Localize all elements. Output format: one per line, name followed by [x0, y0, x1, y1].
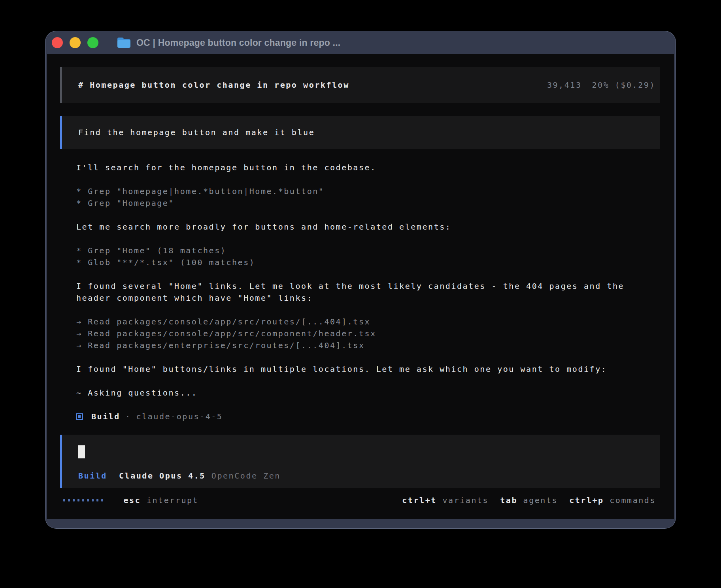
conversation-line: * Grep "Home" (18 matches)	[76, 245, 661, 256]
status-line-wrap: Build · claude-opus-4-5	[76, 411, 661, 422]
conversation-line: I found "Home" buttons/links in multiple…	[76, 363, 661, 375]
blank-line	[76, 173, 661, 185]
prompt-input[interactable]: Build Claude Opus 4.5 OpenCode Zen	[60, 435, 660, 488]
conversation-line: * Grep "Homepage"	[76, 197, 661, 209]
window-title: OC | Homepage button color change in rep…	[136, 38, 340, 48]
spinner-dot	[73, 499, 75, 501]
conversation-line: → Read packages/console/app/src/componen…	[76, 328, 661, 339]
blank-line	[76, 399, 661, 411]
spinner-dot	[92, 499, 94, 501]
esc-key: esc	[124, 496, 141, 505]
session-stats: 39,41320% ($0.29)	[547, 79, 655, 91]
status-model: claude-opus-4-5	[136, 411, 223, 422]
conversation-line: I found several "Home" links. Let me loo…	[76, 280, 661, 304]
spinner-dot	[68, 499, 70, 501]
spinner-dot	[77, 499, 79, 501]
footer-bar: esc interrupt ctrl+t variants tab agents…	[60, 494, 660, 506]
token-count: 39,413	[547, 80, 582, 90]
status-line: Build · claude-opus-4-5	[76, 411, 661, 422]
zoom-button[interactable]	[87, 37, 98, 48]
context-usage: 20% ($0.29)	[592, 80, 655, 90]
spinner-dot	[101, 499, 103, 501]
input-meta: Build Claude Opus 4.5 OpenCode Zen	[78, 470, 660, 482]
spinner-dot	[63, 499, 65, 501]
input-provider-label: OpenCode Zen	[211, 470, 281, 482]
square-dot-icon	[76, 413, 83, 420]
conversation: I'll search for the homepage button in t…	[76, 162, 661, 411]
shortcut-commands: ctrl+p commands	[569, 494, 656, 506]
session-title: # Homepage button color change in repo w…	[78, 79, 547, 91]
conversation-line: ~ Asking questions...	[76, 387, 661, 399]
blank-line	[76, 304, 661, 316]
blank-line	[76, 209, 661, 221]
conversation-line: * Grep "homepage|home.*button|Home.*butt…	[76, 185, 661, 197]
conversation-line: Let me search more broadly for buttons a…	[76, 221, 661, 233]
input-model-label[interactable]: Claude Opus 4.5	[119, 470, 206, 482]
user-message: Find the homepage button and make it blu…	[60, 116, 660, 149]
terminal-content: # Homepage button color change in repo w…	[47, 54, 674, 519]
spinner-dots	[63, 499, 103, 501]
close-button[interactable]	[52, 37, 63, 48]
esc-shortcut: esc interrupt	[124, 494, 199, 506]
folder-icon	[117, 37, 131, 49]
shortcut-variants: ctrl+t variants	[402, 494, 489, 506]
blank-line	[76, 375, 661, 387]
terminal-window: OC | Homepage button color change in rep…	[45, 31, 676, 529]
session-header: # Homepage button color change in repo w…	[60, 67, 660, 103]
title-bar[interactable]: OC | Homepage button color change in rep…	[45, 31, 676, 54]
blank-line	[76, 351, 661, 363]
conversation-line: → Read packages/enterprise/src/routes/[.…	[76, 339, 661, 351]
conversation-line: → Read packages/console/app/src/routes/[…	[76, 316, 661, 328]
text-cursor	[78, 445, 85, 458]
conversation-line: * Glob "**/*.tsx" (100 matches)	[76, 256, 661, 268]
conversation-line: I'll search for the homepage button in t…	[76, 162, 661, 173]
input-agent-label[interactable]: Build	[78, 470, 107, 482]
status-agent: Build	[91, 411, 120, 422]
spinner-dot	[82, 499, 84, 501]
blank-line	[76, 233, 661, 245]
esc-label: interrupt	[147, 496, 198, 505]
blank-line	[76, 268, 661, 280]
window-controls	[52, 37, 98, 48]
minimize-button[interactable]	[70, 37, 81, 48]
shortcut-agents: tab agents	[500, 494, 558, 506]
status-separator: ·	[125, 411, 131, 422]
spinner-dot	[87, 499, 89, 501]
user-message-text: Find the homepage button and make it blu…	[78, 126, 315, 138]
spinner-dot	[96, 499, 98, 501]
